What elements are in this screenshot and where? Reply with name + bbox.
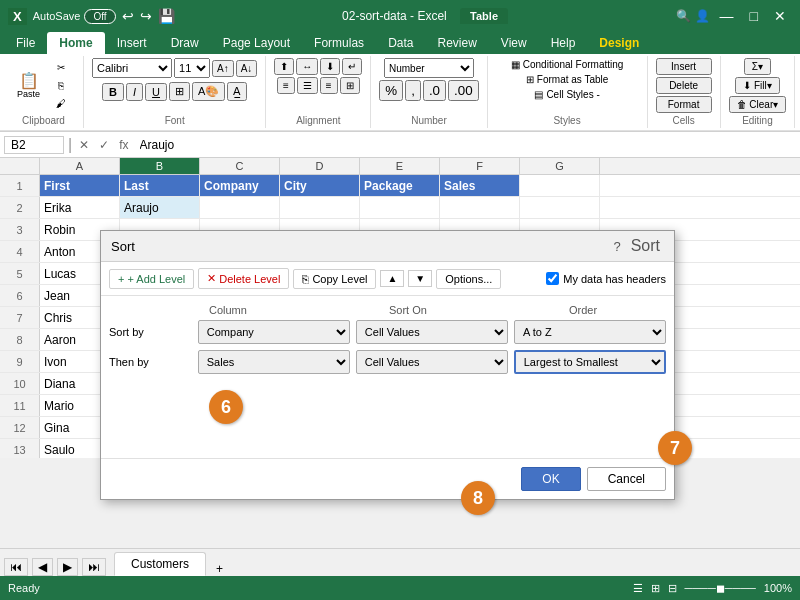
sort-by-row: Sort by Company Cell Values A to Z: [109, 320, 666, 344]
move-up-button[interactable]: ▲: [380, 270, 404, 287]
copy-level-icon: ⎘: [302, 273, 309, 285]
dialog-empty-area: 6: [109, 380, 666, 450]
sort-header-col: [109, 304, 209, 316]
then-by-label: Then by: [109, 356, 198, 368]
dialog-help-icon[interactable]: ?: [613, 239, 620, 254]
delete-level-button[interactable]: ✕ Delete Level: [198, 268, 289, 289]
add-level-label: + Add Level: [127, 273, 185, 285]
then-by-row: Then by Sales Cell Values Largest to Sma…: [109, 350, 666, 374]
sort-by-order-select[interactable]: A to Z: [514, 320, 666, 344]
dialog-footer: OK Cancel: [101, 458, 674, 499]
cancel-button[interactable]: Cancel: [587, 467, 666, 491]
add-level-button[interactable]: + + Add Level: [109, 269, 194, 289]
badge-6: 6: [209, 390, 243, 424]
delete-level-label: Delete Level: [219, 273, 280, 285]
badge-7: 7: [658, 431, 692, 465]
sort-dialog: Sort ? Sort + + Add Level ✕ Delete Level…: [100, 230, 675, 500]
badge-8: 8: [461, 481, 495, 515]
sort-header-sorton: Sort On: [389, 304, 569, 316]
sort-by-on-select[interactable]: Cell Values: [356, 320, 508, 344]
ok-button[interactable]: OK: [521, 467, 580, 491]
options-button[interactable]: Options...: [436, 269, 501, 289]
my-data-headers-label: My data has headers: [563, 273, 666, 285]
delete-icon: ✕: [207, 272, 216, 285]
then-by-column-select[interactable]: Sales: [198, 350, 350, 374]
then-by-order-select[interactable]: Largest to Smallest: [514, 350, 666, 374]
copy-level-label: Copy Level: [312, 273, 367, 285]
sort-header-column: Column: [209, 304, 389, 316]
sort-by-column-select[interactable]: Company: [198, 320, 350, 344]
dialog-body: Column Sort On Order Sort by Company Cel…: [101, 296, 674, 458]
dialog-title-text: Sort: [111, 239, 135, 254]
add-icon: +: [118, 273, 124, 285]
sort-header-order: Order: [569, 304, 666, 316]
then-by-on-select[interactable]: Cell Values: [356, 350, 508, 374]
dialog-overlay: Sort ? Sort + + Add Level ✕ Delete Level…: [0, 0, 800, 600]
move-down-button[interactable]: ▼: [408, 270, 432, 287]
headers-checkbox-area: My data has headers: [546, 272, 666, 285]
copy-level-button[interactable]: ⎘ Copy Level: [293, 269, 376, 289]
sort-column-headers: Column Sort On Order: [109, 304, 666, 316]
dialog-toolbar: + + Add Level ✕ Delete Level ⎘ Copy Leve…: [101, 262, 674, 296]
sort-by-label: Sort by: [109, 326, 198, 338]
dialog-title-bar: Sort ? Sort: [101, 231, 674, 262]
dialog-close-button[interactable]: Sort: [627, 237, 664, 255]
my-data-headers-checkbox[interactable]: [546, 272, 559, 285]
